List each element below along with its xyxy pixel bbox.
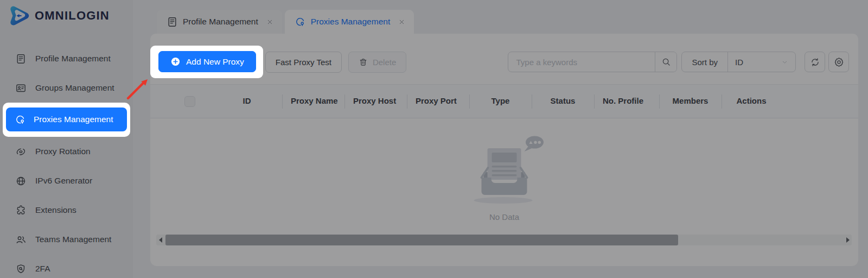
dim-overlay [0,0,868,278]
tutorial-arrow [120,73,155,106]
tutorial-spotlight-add-button: Add New Proxy [150,46,263,78]
proxy-globe-icon [15,114,26,125]
add-new-proxy-label: Add New Proxy [186,57,244,67]
plus-icon [170,56,181,67]
sidebar-item-proxies-management[interactable]: Proxies Management [6,108,127,131]
tutorial-spotlight-sidebar: Proxies Management [3,103,130,137]
add-new-proxy-button[interactable]: Add New Proxy [158,51,256,72]
sidebar-item-label: Proxies Management [34,115,113,124]
app-window: OMNILOGIN Profile ManagementGroups Manag… [0,0,868,278]
